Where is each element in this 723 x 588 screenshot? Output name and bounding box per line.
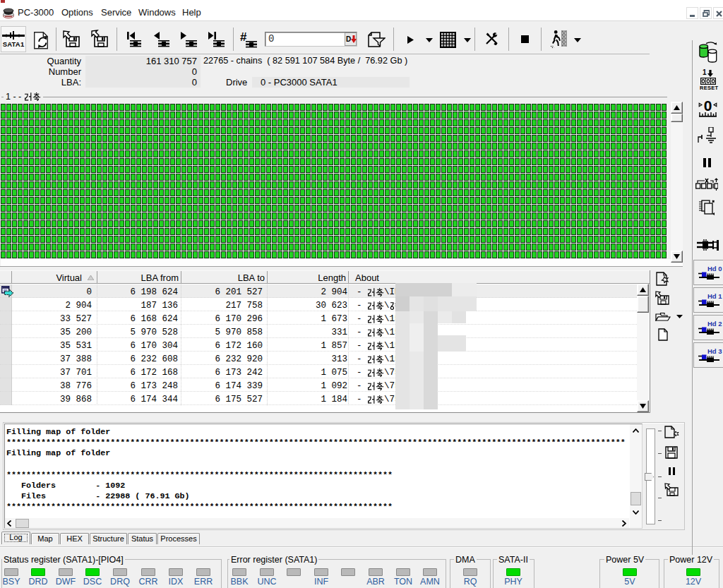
- svg-text:0: 0: [704, 98, 712, 114]
